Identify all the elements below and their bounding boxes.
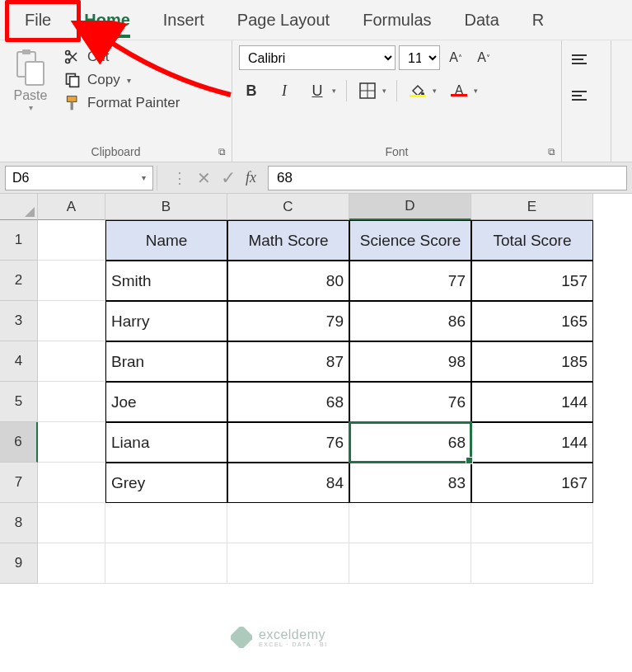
cell[interactable] (38, 463, 105, 503)
formula-input[interactable]: 68 (268, 166, 627, 190)
cell[interactable]: 83 (349, 463, 471, 503)
cell[interactable] (227, 503, 349, 543)
group-label-clipboard: Clipboard (7, 142, 225, 160)
column-header[interactable]: E (471, 194, 593, 220)
cell[interactable]: 144 (471, 382, 593, 422)
tab-formulas[interactable]: Formulas (346, 4, 447, 36)
cell-selected[interactable]: 68 (349, 422, 471, 463)
fill-color-button[interactable] (405, 78, 430, 103)
border-icon (359, 82, 376, 99)
cell[interactable]: 157 (471, 261, 593, 301)
row-header[interactable]: 4 (0, 341, 38, 382)
watermark-tagline: EXCEL · DATA · BI (259, 641, 328, 647)
cell[interactable]: Grey (105, 463, 227, 503)
font-name-select[interactable]: Calibri (239, 45, 396, 70)
fx-icon[interactable]: fx (246, 169, 256, 186)
cell[interactable] (38, 503, 105, 543)
svg-rect-1 (22, 49, 30, 54)
cell[interactable] (38, 261, 105, 301)
cancel-icon[interactable]: ✕ (197, 168, 211, 188)
underline-button[interactable]: U (305, 78, 330, 103)
cell[interactable]: 84 (227, 463, 349, 503)
cell[interactable]: 185 (471, 341, 593, 382)
cell[interactable]: 167 (471, 463, 593, 503)
tab-more[interactable]: R (516, 4, 560, 36)
row-header[interactable]: 5 (0, 382, 38, 422)
group-alignment (562, 40, 611, 162)
cell[interactable]: 77 (349, 261, 471, 301)
cell[interactable] (227, 543, 349, 584)
select-all-corner[interactable] (0, 194, 38, 220)
cell[interactable] (38, 382, 105, 422)
cell[interactable]: Smith (105, 261, 227, 301)
cell[interactable]: 76 (349, 382, 471, 422)
row-header[interactable]: 6 (0, 422, 38, 463)
cell[interactable] (105, 543, 227, 584)
chevron-down-icon[interactable]: ▾ (431, 85, 438, 96)
cell[interactable]: 68 (227, 382, 349, 422)
row-header[interactable]: 9 (0, 543, 38, 584)
row-header[interactable]: 2 (0, 261, 38, 301)
bold-button[interactable]: B (239, 78, 264, 103)
chevron-down-icon[interactable]: ▾ (330, 85, 338, 96)
row-header[interactable]: 3 (0, 301, 38, 341)
separator (396, 80, 397, 101)
row-header[interactable]: 1 (0, 220, 38, 261)
chevron-down-icon: ▾ (29, 103, 33, 112)
chevron-down-icon[interactable]: ▾ (381, 85, 388, 96)
row-header[interactable]: 8 (0, 503, 38, 543)
align-top-button[interactable] (569, 49, 593, 70)
cell[interactable] (38, 341, 105, 382)
borders-button[interactable] (355, 78, 380, 103)
cell[interactable]: 86 (349, 301, 471, 341)
tab-data[interactable]: Data (448, 4, 516, 36)
decrease-font-button[interactable]: A˅ (471, 45, 496, 70)
cell[interactable] (471, 543, 593, 584)
logo-icon (231, 627, 252, 648)
align-left-button[interactable] (569, 85, 593, 106)
cell[interactable] (105, 503, 227, 543)
cell[interactable] (38, 301, 105, 341)
chevron-down-icon[interactable]: ▾ (472, 85, 480, 96)
column-header[interactable]: B (105, 194, 227, 220)
font-size-select[interactable]: 11 (399, 45, 440, 70)
chevron-down-icon[interactable]: ▾ (142, 173, 146, 182)
italic-button[interactable]: I (272, 78, 297, 103)
cell[interactable] (471, 503, 593, 543)
cell[interactable]: Math Score (227, 220, 349, 261)
cell[interactable]: 98 (349, 341, 471, 382)
name-box[interactable]: D6 ▾ (5, 166, 153, 190)
cell[interactable]: 87 (227, 341, 349, 382)
cell[interactable] (38, 543, 105, 584)
cell[interactable] (349, 543, 471, 584)
cell[interactable] (349, 503, 471, 543)
paste-button[interactable]: Paste ▾ (7, 45, 54, 142)
cell[interactable] (38, 220, 105, 261)
cell[interactable]: 79 (227, 301, 349, 341)
column-header[interactable]: A (38, 194, 105, 220)
row-header[interactable]: 7 (0, 463, 38, 503)
cell[interactable]: Liana (105, 422, 227, 463)
cell[interactable]: Name (105, 220, 227, 261)
formula-value: 68 (277, 170, 293, 186)
cell[interactable]: Harry (105, 301, 227, 341)
cell[interactable]: 80 (227, 261, 349, 301)
font-color-button[interactable]: A (447, 78, 471, 103)
cell[interactable]: Science Score (349, 220, 471, 261)
cell[interactable]: 76 (227, 422, 349, 463)
cell[interactable]: Total Score (471, 220, 593, 261)
enter-icon[interactable]: ✓ (221, 167, 236, 189)
column-header[interactable]: C (227, 194, 349, 220)
column-header[interactable]: D (349, 194, 471, 220)
cell[interactable] (38, 422, 105, 463)
cell[interactable]: 165 (471, 301, 593, 341)
cell[interactable]: Joe (105, 382, 227, 422)
watermark: exceldemy EXCEL · DATA · BI (231, 627, 328, 648)
dialog-launcher-icon[interactable]: ⧉ (215, 145, 228, 158)
cell[interactable]: 144 (471, 422, 593, 463)
annotation-highlight (5, 0, 81, 42)
increase-font-button[interactable]: A˄ (443, 45, 468, 70)
dialog-launcher-icon[interactable]: ⧉ (545, 145, 558, 158)
tab-page-layout[interactable]: Page Layout (221, 4, 346, 36)
cell[interactable]: Bran (105, 341, 227, 382)
